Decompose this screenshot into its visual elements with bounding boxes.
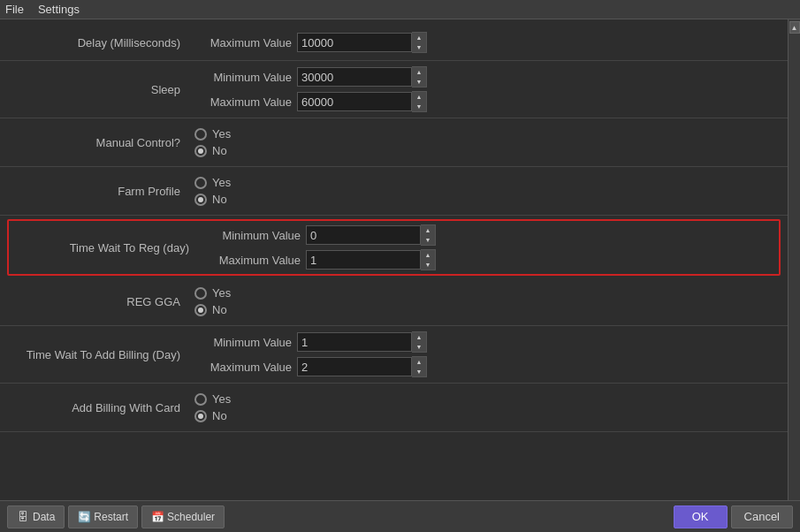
radio-label: Yes (212, 392, 231, 406)
radio-circle (194, 287, 207, 300)
spinbox: ▲▼ (297, 331, 427, 353)
spinbox-input[interactable] (297, 67, 412, 87)
row-manual-control: Manual Control?YesNo (0, 120, 788, 164)
radio-item[interactable]: No (194, 144, 788, 157)
ok-button[interactable]: OK (674, 505, 728, 528)
row-delay-max: Delay (Milliseconds)Maximum Value▲▼ (0, 27, 788, 58)
main-area: Delay (Milliseconds)Maximum Value▲▼Sleep… (0, 19, 800, 500)
field-row: Maximum Value▲▼ (194, 91, 788, 112)
spinbox-input[interactable] (306, 250, 421, 270)
spinbox-input[interactable] (297, 332, 412, 352)
restart-icon: 🔄 (78, 511, 90, 523)
spin-down-button[interactable]: ▼ (421, 260, 435, 270)
radio-label: Yes (212, 176, 231, 189)
label-reg-gga: REG GGA (0, 295, 194, 308)
scroll-up-button[interactable]: ▲ (789, 21, 800, 34)
label-manual-control: Manual Control? (0, 136, 194, 149)
radio-circle (194, 393, 207, 406)
spinbox: ▲▼ (297, 32, 427, 53)
radio-item[interactable]: Yes (194, 176, 788, 189)
scheduler-button[interactable]: 📅 Scheduler (141, 505, 225, 528)
radio-item[interactable]: Yes (194, 392, 788, 406)
radio-item[interactable]: No (194, 409, 788, 422)
label-time-wait-reg: Time Wait To Reg (day) (9, 241, 203, 255)
spinbox: ▲▼ (297, 66, 427, 87)
spin-up-button[interactable]: ▲ (412, 33, 426, 42)
radio-label: No (212, 193, 227, 206)
menubar: File Settings (0, 0, 800, 19)
label-sleep: Sleep (0, 83, 194, 96)
controls-reg-gga: YesNo (194, 283, 788, 320)
spin-up-button[interactable]: ▲ (421, 250, 435, 260)
spin-up-button[interactable]: ▲ (412, 332, 426, 342)
spinbox: ▲▼ (306, 249, 436, 270)
field-row: Minimum Value▲▼ (203, 224, 779, 246)
field-label: Maximum Value (194, 361, 292, 374)
spin-up-button[interactable]: ▲ (412, 67, 426, 77)
menu-settings[interactable]: Settings (38, 3, 80, 16)
spin-up-button[interactable]: ▲ (412, 357, 426, 367)
radio-label: No (212, 409, 227, 422)
spinbox-input[interactable] (297, 357, 412, 376)
cancel-button[interactable]: Cancel (731, 505, 793, 528)
spin-down-button[interactable]: ▼ (412, 367, 426, 376)
field-row: Maximum Value▲▼ (203, 249, 779, 270)
data-button[interactable]: 🗄 Data (7, 505, 65, 528)
restart-button[interactable]: 🔄 Restart (68, 505, 138, 528)
spin-down-button[interactable]: ▼ (412, 342, 426, 352)
field-row: Minimum Value▲▼ (194, 66, 788, 87)
menu-file[interactable]: File (5, 3, 24, 16)
spin-down-button[interactable]: ▼ (412, 77, 426, 87)
spin-down-button[interactable]: ▼ (412, 42, 426, 52)
spin-buttons: ▲▼ (412, 32, 427, 53)
controls-add-billing-card: YesNo (194, 389, 788, 426)
field-row: Minimum Value▲▼ (194, 331, 788, 353)
field-label: Minimum Value (194, 71, 292, 84)
field-label: Minimum Value (203, 229, 301, 242)
field-row: Maximum Value▲▼ (194, 356, 788, 377)
row-sleep: SleepMinimum Value▲▼Maximum Value▲▼ (0, 63, 788, 116)
toolbar: 🗄 Data 🔄 Restart 📅 Scheduler OK Cancel (0, 500, 800, 532)
content-area[interactable]: Delay (Milliseconds)Maximum Value▲▼Sleep… (0, 19, 788, 500)
radio-circle (194, 194, 207, 206)
radio-circle (194, 177, 207, 189)
spin-up-button[interactable]: ▲ (412, 92, 426, 102)
radio-group-farm-profile: YesNo (194, 172, 788, 209)
field-label: Maximum Value (203, 254, 301, 267)
spinbox-input[interactable] (306, 225, 421, 245)
radio-item[interactable]: Yes (194, 286, 788, 300)
radio-circle (194, 145, 207, 157)
label-farm-profile: Farm Profile (0, 185, 194, 198)
controls-time-wait-billing: Minimum Value▲▼Maximum Value▲▼ (194, 331, 788, 377)
field-label: Minimum Value (194, 336, 292, 349)
scheduler-icon: 📅 (151, 511, 164, 523)
spinbox-input[interactable] (297, 33, 412, 52)
spin-buttons: ▲▼ (412, 331, 427, 353)
spin-down-button[interactable]: ▼ (412, 102, 426, 111)
field-row: Maximum Value▲▼ (194, 32, 788, 53)
spinbox-input[interactable] (297, 92, 412, 111)
spin-buttons: ▲▼ (412, 356, 427, 377)
field-label: Maximum Value (194, 95, 292, 109)
radio-label: No (212, 144, 227, 157)
spin-buttons: ▲▼ (421, 249, 436, 270)
radio-item[interactable]: Yes (194, 127, 788, 141)
radio-item[interactable]: No (194, 303, 788, 316)
controls-manual-control: YesNo (194, 124, 788, 161)
controls-sleep: Minimum Value▲▼Maximum Value▲▼ (194, 66, 788, 112)
spin-down-button[interactable]: ▼ (421, 235, 435, 245)
row-farm-profile: Farm ProfileYesNo (0, 169, 788, 213)
label-time-wait-billing: Time Wait To Add Billing (Day) (0, 348, 194, 361)
radio-group-manual-control: YesNo (194, 124, 788, 161)
spin-up-button[interactable]: ▲ (421, 225, 435, 235)
controls-time-wait-reg: Minimum Value▲▼Maximum Value▲▼ (203, 224, 779, 270)
spin-buttons: ▲▼ (412, 91, 427, 112)
radio-circle (194, 410, 207, 422)
data-icon: 🗄 (17, 511, 29, 523)
row-time-wait-reg: Time Wait To Reg (day)Minimum Value▲▼Max… (7, 219, 781, 276)
radio-circle (194, 128, 207, 141)
row-reg-gga: REG GGAYesNo (0, 279, 788, 323)
radio-label: Yes (212, 286, 231, 300)
radio-label: No (212, 303, 227, 316)
radio-item[interactable]: No (194, 193, 788, 206)
